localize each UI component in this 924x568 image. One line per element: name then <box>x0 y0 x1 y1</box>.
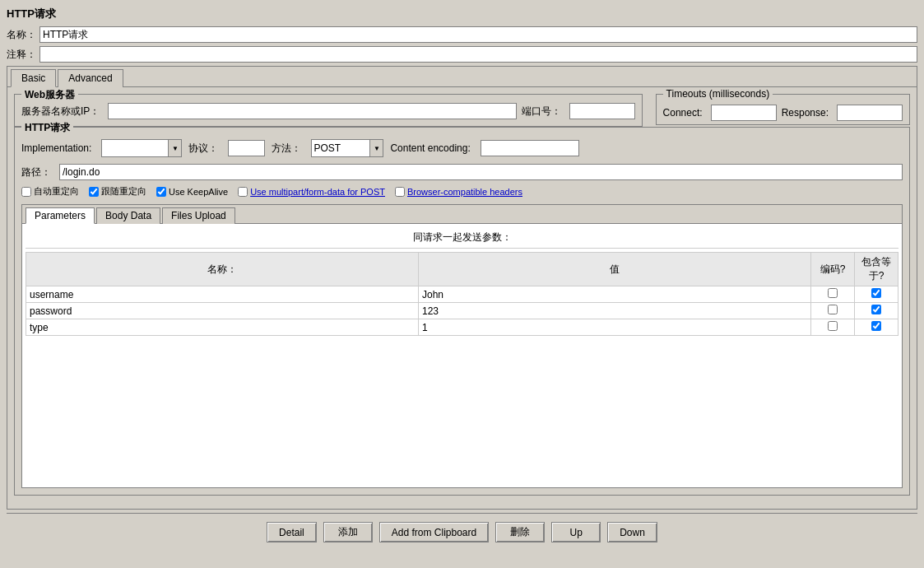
bottom-buttons: Detail 添加 Add from Clipboard 删除 Up Down <box>7 513 917 551</box>
main-window: HTTP请求 名称： 注释： Basic Advanced Web服务器 服务器… <box>0 0 924 568</box>
method-select[interactable]: ▼ <box>311 139 383 157</box>
row-encode[interactable] <box>811 286 855 303</box>
row-value: 1 <box>419 319 811 336</box>
path-label: 路径： <box>21 165 51 179</box>
path-input[interactable] <box>59 164 903 180</box>
row-value: John <box>419 286 811 303</box>
timeouts-group: Timeouts (milliseconds) Connect: Respons… <box>656 94 910 125</box>
web-server-timeout-row: Web服务器 服务器名称或IP： 端口号： Timeouts (millisec… <box>14 94 910 127</box>
tab-parameters[interactable]: Parameters <box>26 207 95 224</box>
row-include[interactable] <box>855 286 898 303</box>
comment-row: 注释： <box>7 46 917 63</box>
down-button[interactable]: Down <box>607 522 657 542</box>
add-button[interactable]: 添加 <box>323 522 373 542</box>
http-impl-row: Implementation: ▼ 协议： 方法： ▼ Content enco… <box>21 139 903 157</box>
col-header-value: 值 <box>419 253 811 286</box>
include-checkbox[interactable] <box>871 305 881 314</box>
connect-label: Connect: <box>663 107 703 119</box>
encode-checkbox[interactable] <box>828 321 838 331</box>
send-params-title: 同请求一起发送参数： <box>26 230 898 249</box>
window-title: HTTP请求 <box>7 7 917 21</box>
http-request-title: HTTP请求 <box>21 121 73 135</box>
include-checkbox[interactable] <box>871 288 881 298</box>
table-row: type 1 <box>26 319 898 336</box>
inner-tab-content: 同请求一起发送参数： 名称： 值 编码? 包含等于? <box>22 224 902 487</box>
row-value: 123 <box>419 303 811 319</box>
col-header-name: 名称： <box>26 253 419 286</box>
name-label: 名称： <box>7 28 36 42</box>
follow-redirect-check[interactable] <box>89 187 99 197</box>
add-from-clipboard-button[interactable]: Add from Clipboard <box>379 522 489 542</box>
tab-basic[interactable]: Basic <box>11 69 56 87</box>
follow-redirect-label: 跟随重定向 <box>101 185 146 198</box>
name-row: 名称： <box>7 26 917 43</box>
include-checkbox[interactable] <box>871 321 881 331</box>
up-button[interactable]: Up <box>551 522 601 542</box>
multipart-checkbox[interactable]: Use multipart/form-data for POST <box>238 187 385 197</box>
browser-headers-label: Browser-compatible headers <box>407 187 522 197</box>
path-row: 路径： <box>21 164 903 180</box>
delete-button[interactable]: 删除 <box>495 522 545 542</box>
web-server-title: Web服务器 <box>21 88 78 102</box>
content-encoding-input[interactable] <box>481 140 579 156</box>
row-name: type <box>26 319 419 336</box>
protocol-label: 协议： <box>188 142 218 156</box>
response-input[interactable] <box>837 105 903 121</box>
web-server-content: 服务器名称或IP： 端口号： <box>21 103 635 119</box>
tab-files-upload[interactable]: Files Upload <box>162 207 235 224</box>
multipart-check[interactable] <box>238 187 248 197</box>
auto-redirect-checkbox[interactable]: 自动重定向 <box>21 185 79 198</box>
implementation-arrow-icon[interactable]: ▼ <box>168 140 181 156</box>
row-encode[interactable] <box>811 303 855 319</box>
row-include[interactable] <box>855 303 898 319</box>
protocol-input[interactable] <box>228 140 265 156</box>
table-row: username John <box>26 286 898 303</box>
connect-input[interactable] <box>711 105 777 121</box>
tab-body-data[interactable]: Body Data <box>96 207 160 224</box>
col-header-include: 包含等于? <box>855 253 898 286</box>
server-row: 服务器名称或IP： 端口号： <box>21 103 635 119</box>
implementation-select[interactable]: ▼ <box>101 139 182 157</box>
port-label: 端口号： <box>522 105 561 119</box>
method-arrow-icon[interactable]: ▼ <box>369 140 383 156</box>
web-server-group: Web服务器 服务器名称或IP： 端口号： <box>14 94 643 127</box>
auto-redirect-label: 自动重定向 <box>34 185 79 198</box>
multipart-label: Use multipart/form-data for POST <box>250 187 385 197</box>
name-input[interactable] <box>39 26 917 43</box>
table-row: password 123 <box>26 303 898 319</box>
server-label: 服务器名称或IP： <box>21 105 100 119</box>
method-input[interactable] <box>312 140 369 156</box>
row-name: username <box>26 286 419 303</box>
port-input[interactable] <box>569 103 635 119</box>
server-name-input[interactable] <box>108 103 516 119</box>
row-name: password <box>26 303 419 319</box>
method-label: 方法： <box>272 142 301 156</box>
keepalive-label: Use KeepAlive <box>169 187 228 197</box>
col-header-encode: 编码? <box>811 253 855 286</box>
implementation-input[interactable] <box>102 140 168 156</box>
response-label: Response: <box>782 107 829 119</box>
inner-tab-container: Parameters Body Data Files Upload 同请求一起发… <box>21 204 903 488</box>
params-table: 名称： 值 编码? 包含等于? username John password 1… <box>26 252 898 336</box>
browser-headers-check[interactable] <box>395 187 405 197</box>
http-request-group: HTTP请求 Implementation: ▼ 协议： 方法： ▼ Conte… <box>14 127 910 496</box>
encode-checkbox[interactable] <box>828 305 838 314</box>
keepalive-checkbox[interactable]: Use KeepAlive <box>156 187 228 197</box>
row-include[interactable] <box>855 319 898 336</box>
auto-redirect-check[interactable] <box>21 187 31 197</box>
browser-headers-checkbox[interactable]: Browser-compatible headers <box>395 187 522 197</box>
empty-rows <box>26 336 898 484</box>
tab-advanced[interactable]: Advanced <box>58 69 123 87</box>
comment-label: 注释： <box>7 48 36 62</box>
row-encode[interactable] <box>811 319 855 336</box>
timeouts-row: Connect: Response: <box>663 105 903 121</box>
main-tab-header: Basic Advanced <box>7 67 917 87</box>
main-tab-content: Web服务器 服务器名称或IP： 端口号： Timeouts (millisec… <box>7 87 917 509</box>
detail-button[interactable]: Detail <box>267 522 317 542</box>
comment-input[interactable] <box>39 46 917 63</box>
encode-checkbox[interactable] <box>828 288 838 298</box>
follow-redirect-checkbox[interactable]: 跟随重定向 <box>89 185 146 198</box>
keepalive-check[interactable] <box>156 187 166 197</box>
inner-tab-header: Parameters Body Data Files Upload <box>22 205 902 224</box>
checkboxes-row: 自动重定向 跟随重定向 Use KeepAlive Use multipart/… <box>21 185 903 198</box>
